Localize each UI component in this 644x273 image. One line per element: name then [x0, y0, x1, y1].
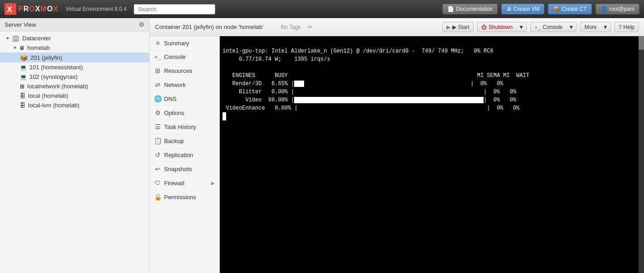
doc-icon: 📄 — [447, 6, 454, 12]
monitor-icon: 🖥 — [506, 6, 512, 12]
console-button[interactable]: ›_ Console — [530, 22, 566, 32]
summary-label: Summary — [164, 40, 189, 47]
storage-icon: ⊞ — [20, 83, 24, 90]
svg-text:X: X — [7, 5, 12, 14]
homeassistant-label: 101 (homeassistant) — [29, 64, 83, 71]
proxmox-logo: X PROXMOX — [5, 3, 58, 15]
local-label: local (homelab) — [28, 92, 68, 99]
help-icon: ? — [619, 24, 622, 30]
sidebar: Server View ⚙ ▼ 🏢 Datacenter ▼ 🖥 homelab… — [0, 18, 150, 273]
shutdown-dropdown-button[interactable]: ▼ — [516, 22, 527, 32]
shutdown-button[interactable]: ⏻ Shutdown — [477, 22, 516, 32]
nav-backup[interactable]: 📋 Backup — [150, 134, 219, 148]
dns-icon: 🌐 — [154, 95, 161, 102]
replication-icon: ↺ — [154, 151, 161, 158]
power-icon: ⏻ — [481, 24, 487, 30]
container-title: Container 201 (jellyfin) on node 'homela… — [155, 24, 277, 30]
disk-icon: 🗄 — [20, 93, 25, 99]
more-dropdown-button[interactable]: ▼ — [600, 22, 611, 32]
nav-network[interactable]: ⇄ Network — [150, 78, 219, 92]
topbar: X PROXMOX Virtual Environment 8.0.4 📄 Do… — [0, 0, 644, 18]
homelab-icon: 🖥 — [19, 45, 24, 51]
disk-lvm-icon: 🗄 — [20, 102, 25, 109]
sidebar-item-homelab[interactable]: ▼ 🖥 homelab — [0, 43, 149, 53]
vm-icon: 💻 — [20, 64, 27, 71]
nav-panel: ≡ Summary >_ Console ⊞ Resources ⇄ Netwo… — [150, 36, 220, 273]
firewall-icon: 🛡 — [154, 179, 161, 187]
sidebar-item-datacenter[interactable]: ▼ 🏢 Datacenter — [0, 33, 149, 43]
options-label: Options — [164, 110, 184, 116]
sidebar-item-local[interactable]: 🗄 local (homelab) — [0, 91, 149, 101]
help-button[interactable]: ? Help — [615, 22, 639, 32]
sidebar-settings-icon[interactable]: ⚙ — [139, 21, 145, 28]
datacenter-label: Datacenter — [22, 35, 51, 42]
jellyfin-label: 201 (jellyfin) — [30, 54, 62, 61]
edit-tags-icon[interactable]: ✏ — [308, 24, 313, 30]
sidebar-item-localnetwork[interactable]: ⊞ localnetwork (homelab) — [0, 81, 149, 91]
container-icon: 📦 — [553, 6, 560, 12]
sidebar-item-local-lvm[interactable]: 🗄 local-lvm (homelab) — [0, 101, 149, 110]
backup-label: Backup — [164, 138, 184, 144]
shutdown-btn-group: ⏻ Shutdown ▼ — [477, 22, 527, 32]
sidebar-header: Server View ⚙ — [0, 18, 149, 31]
nav-permissions[interactable]: 🔒 Permissions — [150, 190, 219, 204]
terminal-scrollbar[interactable] — [639, 36, 644, 273]
terminal-panel[interactable]: intel-gpu-top: Intel Alderlake_n (Gen12)… — [220, 36, 644, 273]
documentation-button[interactable]: 📄 Documentation — [442, 4, 498, 14]
network-icon: ⇄ — [154, 81, 161, 88]
more-chevron-icon: ▼ — [603, 24, 608, 30]
container-icon: 📦 — [20, 54, 28, 61]
network-label: Network — [164, 81, 186, 88]
datacenter-icon: 🏢 — [12, 34, 19, 42]
options-icon: ⚙ — [154, 109, 161, 116]
start-button[interactable]: ▶ ▶ Start — [442, 22, 474, 32]
nav-dns[interactable]: 🌐 DNS — [150, 92, 219, 106]
user-menu-button[interactable]: 👤 root@pam — [596, 4, 639, 14]
nav-task-history[interactable]: ☰ Task History — [150, 120, 219, 134]
search-input[interactable] — [134, 4, 215, 14]
vm-icon: 💻 — [20, 74, 27, 80]
more-button[interactable]: More — [580, 22, 600, 32]
create-vm-button[interactable]: 🖥 Create VM — [501, 4, 544, 14]
ve-version-label: Virtual Environment 8.0.4 — [66, 6, 127, 12]
synologynas-label: 102 (synologynas) — [29, 73, 77, 80]
sidebar-item-101-homeassistant[interactable]: 💻 101 (homeassistant) — [0, 62, 149, 72]
nav-replication[interactable]: ↺ Replication — [150, 148, 219, 162]
main-layout: Server View ⚙ ▼ 🏢 Datacenter ▼ 🖥 homelab… — [0, 18, 644, 273]
summary-icon: ≡ — [154, 39, 161, 47]
sidebar-item-201-jellyfin[interactable]: 📦 201 (jellyfin) — [0, 53, 149, 62]
nav-summary[interactable]: ≡ Summary — [150, 36, 219, 50]
firewall-submenu-icon: ▶ — [211, 181, 215, 186]
server-view-label: Server View — [5, 21, 36, 28]
replication-label: Replication — [164, 152, 193, 158]
expand-icon: ▼ — [13, 45, 17, 50]
content-header: Container 201 (jellyfin) on node 'homela… — [150, 18, 644, 36]
user-icon: 👤 — [600, 6, 607, 12]
nav-options[interactable]: ⚙ Options — [150, 106, 219, 120]
snapshots-icon: ↩ — [154, 165, 161, 172]
console-nav-icon: >_ — [154, 54, 161, 60]
create-ct-button[interactable]: 📦 Create CT — [548, 4, 591, 14]
dns-label: DNS — [164, 96, 176, 102]
content-area: Container 201 (jellyfin) on node 'homela… — [150, 18, 644, 273]
resources-icon: ⊞ — [154, 67, 161, 74]
console-nav-label: Console — [164, 53, 186, 60]
local-lvm-label: local-lvm (homelab) — [28, 102, 79, 109]
nav-snapshots[interactable]: ↩ Snapshots — [150, 162, 219, 176]
sidebar-item-102-synologynas[interactable]: 💻 102 (synologynas) — [0, 72, 149, 81]
permissions-label: Permissions — [164, 194, 196, 201]
nav-resources[interactable]: ⊞ Resources — [150, 64, 219, 78]
backup-icon: 📋 — [154, 137, 161, 144]
console-dropdown-button[interactable]: ▼ — [567, 22, 577, 32]
homelab-label: homelab — [27, 44, 50, 51]
no-tags-label: No Tags — [281, 24, 301, 30]
scrollbar-thumb[interactable] — [639, 36, 644, 50]
resources-label: Resources — [164, 67, 192, 74]
nav-firewall[interactable]: 🛡 Firewall ▶ — [150, 176, 219, 190]
task-history-label: Task History — [164, 124, 196, 130]
terminal-output: intel-gpu-top: Intel Alderlake_n (Gen12)… — [220, 36, 644, 123]
expand-icon: ▼ — [5, 36, 10, 41]
more-btn-group: More ▼ — [580, 22, 610, 32]
nav-console[interactable]: >_ Console — [150, 50, 219, 64]
console-chevron-icon: ▼ — [569, 24, 574, 30]
